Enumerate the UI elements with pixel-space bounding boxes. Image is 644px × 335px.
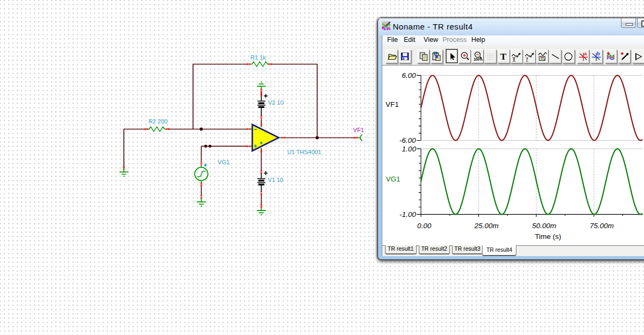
svg-text:x: x — [543, 57, 545, 61]
svg-text:R1 1k: R1 1k — [250, 54, 266, 61]
svg-text:50.00m: 50.00m — [532, 222, 556, 230]
svg-text:25.00m: 25.00m — [474, 222, 499, 230]
svg-text:VG1: VG1 — [386, 175, 400, 183]
svg-text:?: ? — [525, 56, 528, 62]
svg-text:T: T — [513, 56, 516, 62]
svg-text:0.00: 0.00 — [417, 222, 432, 230]
svg-text:VF1: VF1 — [386, 100, 399, 108]
svg-text:75.00m: 75.00m — [590, 222, 614, 230]
svg-text:R2 200: R2 200 — [149, 118, 167, 125]
svg-text:-6.00: -6.00 — [399, 136, 416, 144]
svg-text:V2 10: V2 10 — [268, 99, 284, 106]
svg-text:100%: 100% — [473, 57, 483, 61]
svg-text:VG1: VG1 — [218, 159, 230, 165]
svg-text:a: a — [584, 51, 587, 56]
svg-text:1.00: 1.00 — [402, 145, 417, 153]
svg-text:-1.00: -1.00 — [399, 210, 416, 219]
svg-text:b: b — [597, 51, 600, 56]
svg-text:V1 10: V1 10 — [268, 177, 283, 183]
svg-text:VF1: VF1 — [353, 127, 364, 133]
svg-text:U1 THS4001: U1 THS4001 — [287, 149, 321, 155]
svg-text:T: T — [500, 52, 507, 62]
svg-text:Time (s): Time (s) — [535, 232, 561, 241]
svg-text:6.00: 6.00 — [402, 71, 416, 79]
